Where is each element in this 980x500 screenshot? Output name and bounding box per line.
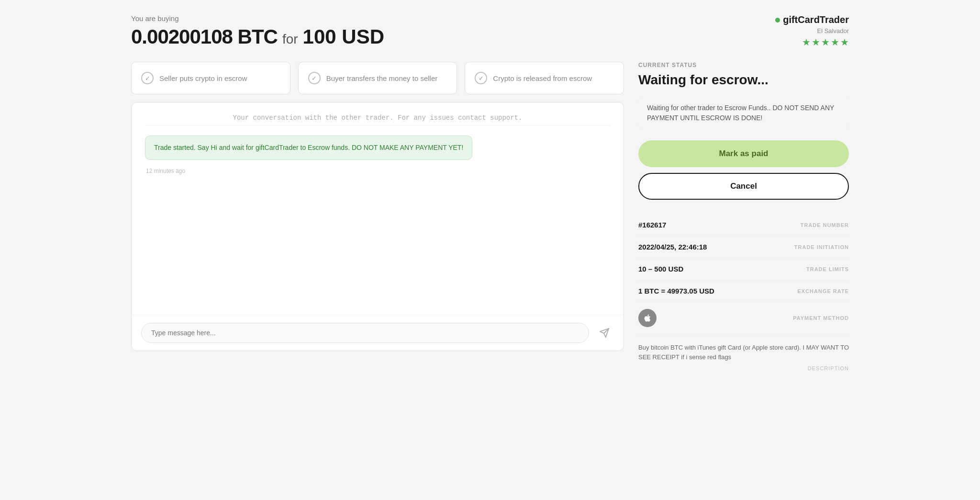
- header: You are buying 0.00200108 BTC for 100 US…: [131, 14, 849, 48]
- step-2-card: ✓ Buyer transfers the money to seller: [298, 62, 457, 94]
- seller-stars: ★ ★ ★ ★ ★: [775, 36, 849, 48]
- trade-initiation-value: 2022/04/25, 22:46:18: [638, 243, 707, 251]
- trade-number-label: TRADE NUMBER: [801, 222, 849, 228]
- exchange-rate-label: EXCHANGE RATE: [797, 288, 849, 294]
- header-left: You are buying 0.00200108 BTC for 100 US…: [131, 14, 384, 48]
- chat-timestamp: 12 minutes ago: [145, 168, 610, 174]
- main-layout: ✓ Seller puts crypto in escrow ✓ Buyer t…: [131, 62, 849, 378]
- trade-number-value: #162617: [638, 221, 666, 229]
- trade-limits-row: 10 – 500 USD TRADE LIMITS: [638, 258, 849, 280]
- send-button[interactable]: [595, 323, 614, 342]
- exchange-rate-value: 1 BTC = 49973.05 USD: [638, 287, 714, 295]
- steps-row: ✓ Seller puts crypto in escrow ✓ Buyer t…: [131, 62, 624, 94]
- step-2-text: Buyer transfers the money to seller: [326, 73, 438, 83]
- usd-amount: 100 USD: [303, 25, 384, 48]
- exchange-rate-row: 1 BTC = 49973.05 USD EXCHANGE RATE: [638, 280, 849, 302]
- right-panel: CURRENT STATUS Waiting for escrow... Wai…: [638, 62, 849, 378]
- star-5-icon: ★: [840, 36, 849, 48]
- chat-system-message: Your conversation with the other trader.…: [132, 102, 624, 125]
- step-1-icon: ✓: [141, 72, 154, 84]
- chat-input[interactable]: [141, 323, 589, 343]
- mark-as-paid-button[interactable]: Mark as paid: [638, 140, 849, 167]
- left-panel: ✓ Seller puts crypto in escrow ✓ Buyer t…: [131, 62, 624, 351]
- step-1-text: Seller puts crypto in escrow: [159, 73, 247, 83]
- star-1-icon: ★: [802, 36, 811, 48]
- payment-method-row: PAYMENT METHOD: [638, 302, 849, 334]
- seller-name-row: giftCardTrader: [775, 14, 849, 25]
- apple-icon: [643, 313, 652, 323]
- step-1-card: ✓ Seller puts crypto in escrow: [131, 62, 290, 94]
- trade-initiation-label: TRADE INITIATION: [794, 244, 849, 250]
- description-text: Buy bitcoin BTC with iTunes gift Card (o…: [638, 341, 849, 362]
- payment-method-icon: [638, 309, 657, 327]
- chat-messages: Trade started. Say Hi and wait for giftC…: [132, 126, 624, 315]
- step-3-text: Crypto is released from escrow: [493, 73, 592, 83]
- description-row: Buy bitcoin BTC with iTunes gift Card (o…: [638, 334, 849, 378]
- description-label: DESCRIPTION: [638, 364, 849, 371]
- star-3-icon: ★: [821, 36, 830, 48]
- seller-name: giftCardTrader: [783, 14, 849, 25]
- chat-bubble: Trade started. Say Hi and wait for giftC…: [145, 136, 472, 160]
- star-4-icon: ★: [831, 36, 839, 48]
- chat-container: Your conversation with the other trader.…: [131, 102, 624, 351]
- trade-title: 0.00200108 BTC for 100 USD: [131, 25, 384, 48]
- page-wrapper: You are buying 0.00200108 BTC for 100 US…: [131, 14, 849, 378]
- star-2-icon: ★: [812, 36, 820, 48]
- trade-limits-label: TRADE LIMITS: [806, 266, 849, 272]
- online-dot-icon: [775, 18, 780, 23]
- trade-number-row: #162617 TRADE NUMBER: [638, 214, 849, 236]
- trade-limits-value: 10 – 500 USD: [638, 265, 683, 273]
- step-3-card: ✓ Crypto is released from escrow: [465, 62, 624, 94]
- for-label: for: [282, 32, 298, 47]
- btc-amount: 0.00200108 BTC: [131, 25, 278, 48]
- trade-initiation-row: 2022/04/25, 22:46:18 TRADE INITIATION: [638, 236, 849, 258]
- step-2-icon: ✓: [308, 72, 321, 84]
- trade-details: #162617 TRADE NUMBER 2022/04/25, 22:46:1…: [638, 214, 849, 378]
- waiting-title: Waiting for escrow...: [638, 72, 849, 88]
- current-status-label: CURRENT STATUS: [638, 62, 849, 68]
- step-3-icon: ✓: [475, 72, 487, 84]
- chat-input-row: [132, 315, 624, 351]
- cancel-button[interactable]: Cancel: [638, 173, 849, 200]
- payment-method-label: PAYMENT METHOD: [793, 315, 849, 321]
- escrow-warning: Waiting for other trader to Escrow Funds…: [638, 95, 849, 131]
- header-right: giftCardTrader El Salvador ★ ★ ★ ★ ★: [775, 14, 849, 48]
- you-are-buying-label: You are buying: [131, 14, 384, 23]
- seller-location: El Salvador: [775, 27, 849, 34]
- send-icon: [599, 328, 610, 338]
